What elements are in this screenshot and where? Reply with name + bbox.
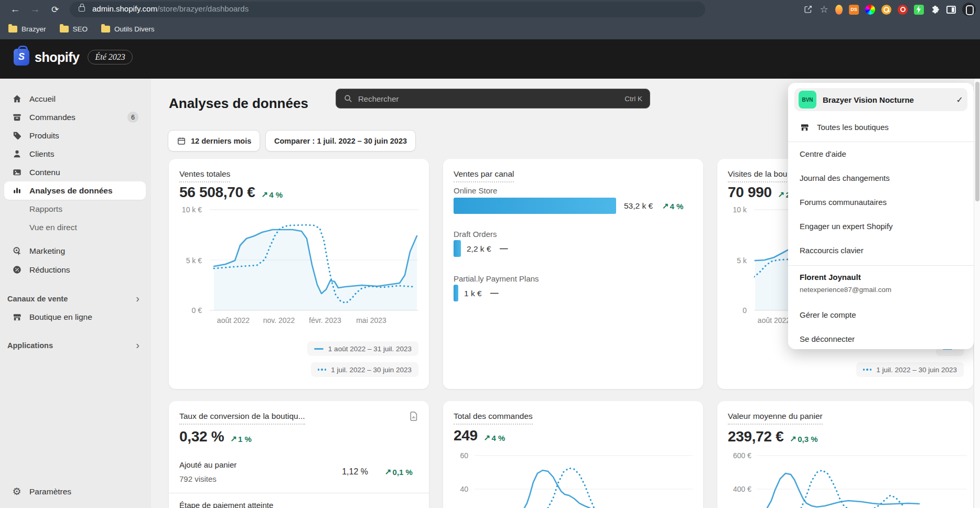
menu-item-expert-shopify[interactable]: Engager un expert Shopify — [800, 217, 962, 235]
side-panel-icon[interactable] — [946, 6, 956, 14]
sidebar-item-contenu[interactable]: Contenu — [4, 163, 146, 181]
sidebar-item-clients[interactable]: Clients — [4, 145, 146, 163]
card-title-link[interactable]: Valeur moyenne du panier — [728, 412, 823, 425]
y-axis-tick: 0 € — [179, 306, 202, 315]
dropdown-all-stores[interactable]: Toutes les boutiques — [794, 116, 967, 137]
url-domain: admin.shopify.com — [92, 4, 157, 13]
storefront-icon — [800, 122, 810, 132]
sidebar-item-analyses[interactable]: Analyses de données — [4, 181, 146, 200]
lock-icon[interactable] — [79, 6, 85, 12]
discount-icon — [12, 265, 22, 275]
sidebar-section-canaux-de-vente[interactable]: Canaux de vente — [7, 293, 144, 305]
report-document-icon[interactable] — [408, 410, 419, 424]
card-title-link[interactable]: Visites de la bou — [728, 169, 787, 182]
card-ventes-par-canal: Ventes par canal Online Store 53,2 k € 4… — [443, 159, 703, 389]
browser-reload-icon[interactable] — [46, 0, 64, 19]
extension-magnifier-icon[interactable] — [881, 5, 891, 15]
legend-label: 1 août 2022 – 31 juil. 2023 — [328, 345, 412, 353]
extension-lightning-icon[interactable] — [914, 5, 924, 15]
sidebar-label: Clients — [29, 149, 138, 159]
metric-row: 249 4 % — [454, 427, 505, 444]
metric-delta: 4 % — [262, 190, 283, 199]
bookmark-star-icon[interactable] — [819, 5, 829, 15]
sidebar-item-boutique-en-ligne[interactable]: Boutique en ligne — [4, 308, 146, 326]
up-right-arrow-icon — [230, 434, 237, 444]
shopify-logo[interactable]: S shopify Été 2023 — [14, 49, 133, 66]
bookmark-folder-brazyer[interactable]: Brazyer — [8, 25, 46, 33]
folder-icon — [8, 26, 17, 33]
menu-item-forums[interactable]: Forums communautaires — [800, 193, 962, 211]
card-title-link[interactable]: Total des commandes — [454, 412, 533, 425]
storefront-icon — [12, 312, 22, 322]
bookmark-folder-outils-divers[interactable]: Outils Divers — [101, 25, 155, 33]
legend-compare-period[interactable]: 1 juil. 2022 – 30 juin 2023 — [311, 362, 418, 377]
user-email: netexperience87@gmail.com — [800, 286, 891, 294]
channel-bar-draft-orders[interactable] — [454, 240, 461, 257]
extension-color-wheel-icon[interactable] — [865, 5, 875, 15]
global-search-input[interactable]: Rechercher Ctrl K — [336, 89, 650, 109]
sidebar-item-produits[interactable]: Produits — [4, 126, 146, 145]
up-right-arrow-icon — [385, 467, 392, 477]
legend-current-period[interactable]: 1 août 2022 – 31 juil. 2023 — [307, 341, 418, 356]
menu-item-label: Toutes les boutiques — [817, 123, 889, 132]
metric-value: 249 — [454, 427, 478, 444]
sidebar-item-commandes[interactable]: Commandes 6 — [4, 108, 146, 126]
sidebar-item-vue-en-direct[interactable]: Vue en direct — [29, 223, 77, 232]
chevron-right-icon — [136, 339, 139, 351]
card-title-link[interactable]: Ventes totales — [179, 169, 230, 182]
card-title-link[interactable]: Taux de conversion de la boutiqu... — [179, 412, 305, 425]
extension-oval-icon[interactable] — [835, 5, 843, 15]
search-icon — [343, 94, 353, 103]
share-icon[interactable] — [803, 5, 813, 15]
menu-item-centre-aide[interactable]: Centre d'aide — [800, 145, 962, 163]
menu-item-journal-changements[interactable]: Journal des changements — [800, 169, 962, 187]
sidebar-section-applications[interactable]: Applications — [7, 339, 144, 351]
up-right-arrow-icon — [662, 201, 669, 211]
sidebar-item-rapports[interactable]: Rapports — [29, 204, 62, 214]
metric-value: 239,72 € — [728, 428, 784, 445]
gear-icon — [12, 487, 22, 497]
channel-label: Online Store — [454, 186, 497, 195]
y-axis-tick: 400 € — [728, 485, 751, 493]
browser-profile-avatar[interactable] — [962, 3, 976, 16]
page-scrollbar[interactable] — [974, 79, 980, 508]
card-title-link[interactable]: Ventes par canal — [454, 169, 514, 182]
y-axis-tick: 40 — [454, 485, 468, 493]
date-range-filter-button[interactable]: 12 derniers mois — [168, 130, 260, 152]
home-icon — [12, 94, 22, 104]
channel-bar-partially[interactable] — [454, 285, 458, 301]
extensions-puzzle-icon[interactable] — [930, 5, 940, 15]
extension-ds-icon[interactable]: DS — [849, 5, 859, 15]
browser-forward-icon[interactable] — [26, 0, 44, 19]
sidebar-label: Marketing — [29, 246, 138, 256]
sidebar-item-parametres[interactable]: Paramètres — [4, 482, 146, 501]
legend-label: 1 juil. 2022 – 30 juin 2023 — [331, 366, 412, 374]
compare-filter-button[interactable]: Comparer : 1 juil. 2022 – 30 juin 2023 — [265, 130, 416, 152]
menu-item-raccourcis[interactable]: Raccourcis clavier — [800, 241, 962, 259]
section-label: Applications — [7, 341, 53, 350]
menu-item-se-deconnecter[interactable]: Se déconnecter — [800, 330, 962, 348]
sidebar-item-reductions[interactable]: Réductions — [4, 261, 146, 279]
metric-delta: 1 % — [230, 434, 251, 444]
sidebar-item-marketing[interactable]: Marketing — [4, 242, 146, 260]
sidebar-label: Paramètres — [29, 487, 138, 496]
channel-delta: 4 % — [662, 201, 683, 211]
channel-value: 2,2 k € — [467, 244, 491, 254]
sidebar-label: Accueil — [29, 94, 138, 104]
y-axis-tick: 5 k — [728, 256, 747, 265]
metric-value: 70 990 — [728, 184, 772, 201]
extension-target-icon[interactable] — [898, 5, 908, 15]
folder-icon — [101, 26, 110, 33]
bookmark-folder-seo[interactable]: SEO — [60, 25, 88, 33]
browser-back-icon[interactable] — [6, 0, 24, 19]
menu-item-gerer-compte[interactable]: Gérer le compte — [800, 306, 962, 323]
legend-compare-period[interactable]: 1 juil. 2022 – 30 juin 2023 — [856, 362, 964, 377]
browser-actions: DS — [803, 3, 976, 16]
folder-icon — [60, 26, 69, 33]
url-text[interactable]: admin.shopify.com/store/brazyer/dashboar… — [92, 4, 249, 13]
scrollbar-thumb[interactable] — [975, 82, 979, 201]
sidebar-item-accueil[interactable]: Accueil — [4, 90, 146, 108]
channel-bar-online-store[interactable] — [454, 198, 616, 214]
edition-badge[interactable]: Été 2023 — [88, 50, 132, 64]
dropdown-current-store[interactable]: BVN Brazyer Vision Nocturne — [794, 88, 967, 111]
